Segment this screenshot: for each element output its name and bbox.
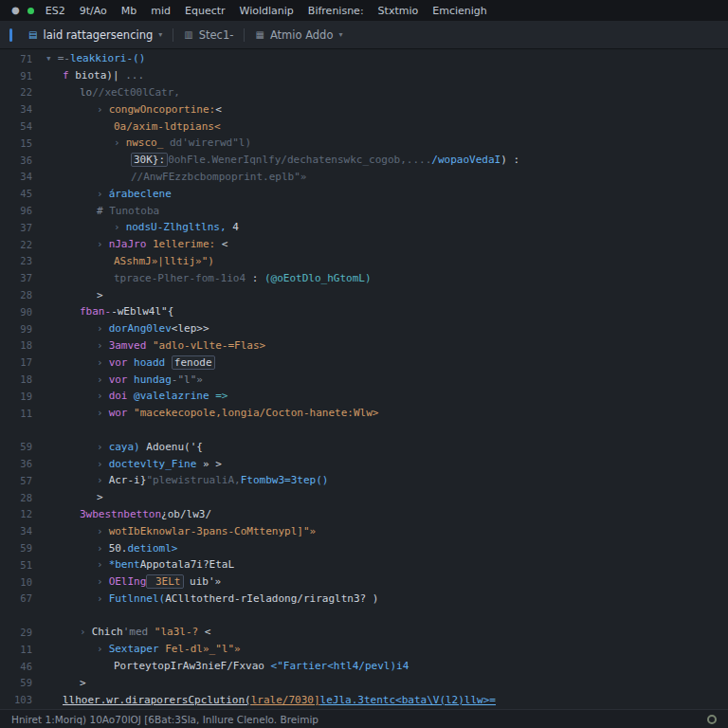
- code-line[interactable]: [0, 422, 728, 439]
- code-line[interactable]: 18›vor hundag-"l"»: [0, 371, 728, 388]
- fold-right-icon[interactable]: ›: [97, 441, 103, 453]
- line-number: 36: [0, 155, 32, 166]
- line-number: 17: [0, 356, 32, 368]
- code-line[interactable]: 123wbestnbetton¿ob/lw3/: [0, 506, 728, 523]
- menu-item-8[interactable]: Stxtmio: [378, 5, 419, 17]
- code-line[interactable]: 10›OElIng 3ELt uib'»: [0, 573, 728, 591]
- code-line[interactable]: 96# Tunotoba: [0, 202, 728, 219]
- code-line[interactable]: [0, 607, 728, 624]
- code-token: Tunotoba: [109, 205, 159, 217]
- code-token: ...: [119, 69, 145, 82]
- menu-item-4[interactable]: mid: [151, 5, 171, 17]
- code-line[interactable]: 71▾=-leakkiori-(): [0, 50, 728, 67]
- fold-right-icon[interactable]: ›: [97, 322, 103, 335]
- code-line[interactable]: 11›wor "macekecopole,longia/Cocton-hanet…: [0, 405, 728, 422]
- code-line[interactable]: 34//AnwFEzzbcbompoprint.eplb"»: [0, 169, 728, 186]
- menu-item-7[interactable]: Bifrenisne:: [308, 5, 364, 17]
- code-token: wor: [109, 407, 128, 419]
- fold-right-icon[interactable]: ›: [97, 407, 103, 419]
- fold-right-icon[interactable]: ›: [97, 373, 103, 386]
- code-token: //AnwFEzzbcbompoprint.eplb"»: [131, 171, 306, 183]
- line-number: 91: [0, 70, 32, 82]
- code-token: fban-: [80, 305, 111, 318]
- tab-label: laid rattagersencing: [43, 28, 153, 42]
- code-line[interactable]: 540a/axim-ldtpians<: [0, 118, 728, 135]
- code-line[interactable]: 103llhoer.wr.diraporersCpclution(lrale/7…: [0, 691, 728, 708]
- code-line[interactable]: 19›doi @valelazrine =>: [0, 388, 728, 405]
- code-token: <: [215, 238, 228, 250]
- code-line[interactable]: 34›wotIbEknowlar-3pans-CoMttenypl]"»: [0, 522, 728, 539]
- fold-right-icon[interactable]: ›: [97, 238, 103, 250]
- fold-right-icon[interactable]: ›: [97, 339, 103, 352]
- tab-3[interactable]: ▦Atmio Addo▾: [245, 21, 353, 48]
- fold-right-icon[interactable]: ›: [97, 592, 103, 605]
- fold-right-icon[interactable]: ›: [97, 525, 103, 537]
- code-line[interactable]: 67›Futlnnel(AClltotherd-rIeladong/riragl…: [0, 591, 728, 608]
- code-line[interactable]: 45›árabeclene: [0, 185, 728, 202]
- code-editor-window: ● ES29t/AoMbmidEquectrWioldlanipBifrenis…: [0, 0, 728, 728]
- fold-down-icon[interactable]: ▾: [46, 52, 52, 64]
- line-number: 18: [0, 339, 32, 351]
- code-line[interactable]: 59›caya) Adoenu('{: [0, 438, 728, 455]
- code-line[interactable]: 15›nwsco_ dd'wirerwd"l): [0, 135, 728, 152]
- fold-right-icon[interactable]: ›: [97, 542, 103, 555]
- fold-right-icon[interactable]: ›: [114, 221, 120, 233]
- code-line[interactable]: 37tprace-Plher-fom-1io4 : (@oEotDlo_hGto…: [0, 269, 728, 286]
- menu-item-6[interactable]: Wioldlanip: [240, 5, 294, 17]
- code-line[interactable]: 28>: [0, 286, 728, 303]
- fold-right-icon[interactable]: ›: [97, 188, 103, 200]
- fold-right-icon[interactable]: ›: [97, 643, 103, 655]
- code-line[interactable]: 46PorteytopIrAw3nieF/Fxvao <"Fartier<htl…: [0, 658, 728, 675]
- fold-right-icon[interactable]: ›: [97, 558, 103, 571]
- code-line[interactable]: 22lo//xeCt00lCatr,: [0, 84, 728, 101]
- code-token: dorAng0lev: [109, 322, 172, 335]
- apple-menu-icon[interactable]: ●: [11, 6, 20, 15]
- line-number: 96: [0, 205, 32, 216]
- code-line[interactable]: 22›nJaJro 1ellerime: <: [0, 236, 728, 253]
- code-token: -wEblw4l"{: [111, 305, 173, 318]
- menu-item-3[interactable]: Mb: [121, 5, 136, 17]
- line-number: 34: [0, 525, 32, 537]
- code-line[interactable]: 36›doctevlty_Fine » >: [0, 455, 728, 472]
- fold-right-icon[interactable]: ›: [97, 474, 103, 486]
- fold-right-icon[interactable]: ›: [97, 458, 103, 470]
- code-token: uib'»: [184, 575, 222, 588]
- code-token: biota)|: [75, 69, 118, 82]
- code-line[interactable]: 11›Sextaper Fel-dl»_"l"»: [0, 641, 728, 658]
- fold-right-icon[interactable]: ›: [114, 136, 120, 149]
- menu-item-9[interactable]: Emcienigh: [432, 5, 487, 17]
- code-line[interactable]: 23ASshmJ»|lltij»"): [0, 253, 728, 270]
- fold-right-icon[interactable]: ›: [80, 626, 86, 638]
- fold-right-icon[interactable]: ›: [97, 356, 103, 369]
- code-line[interactable]: 37›nodsU-Zlhgltlns, 4: [0, 219, 728, 236]
- menu-item-2[interactable]: 9t/Ao: [80, 5, 107, 17]
- code-line[interactable]: 51›*bentAppotala7i?EtaL: [0, 556, 728, 573]
- tab-1[interactable]: ▤laid rattagersencing▾: [18, 21, 173, 48]
- code-token: =>: [209, 390, 228, 402]
- code-line[interactable]: 99›dorAng0lev<lep>>: [0, 320, 728, 337]
- code-line[interactable]: 29›Chich'med "la3l-? <: [0, 624, 728, 641]
- status-bar: Hniret 1:Moriq) 10Ao70lOJ [6Bat:3Sla, In…: [0, 709, 728, 728]
- menu-item-1[interactable]: ES2: [46, 5, 65, 17]
- code-line[interactable]: 18›3amved "adlo-vLlte-=Flas>: [0, 337, 728, 355]
- code-line[interactable]: 59>: [0, 674, 728, 691]
- menu-item-5[interactable]: Equectr: [185, 5, 226, 17]
- code-token: Fel-dl»_"l"»: [159, 643, 241, 655]
- code-line[interactable]: 59›50.detioml>: [0, 539, 728, 556]
- code-line[interactable]: 91f biota)| ...: [0, 67, 728, 84]
- status-indicator-icon[interactable]: [707, 715, 717, 724]
- code-line[interactable]: 57›Acr-i}"plewistrualiA,Ftombw3=3tep(): [0, 472, 728, 489]
- code-token: 4: [227, 221, 239, 233]
- code-text: lo//xeCt00lCatr,: [32, 86, 180, 99]
- code-line[interactable]: 34›congwOncoportine:<: [0, 100, 728, 118]
- code-line[interactable]: 17›vor hoadd fenode: [0, 354, 728, 371]
- tab-2[interactable]: ▥Stec1-: [173, 21, 244, 48]
- fold-right-icon[interactable]: ›: [97, 103, 103, 116]
- chevron-down-icon: ▾: [158, 30, 162, 39]
- code-editor[interactable]: 71▾=-leakkiori-()91f biota)| ...22lo//xe…: [0, 49, 728, 709]
- code-line[interactable]: 3630K}:0ohFle.WenerIqnlfy/dechatenswkc_c…: [0, 152, 728, 169]
- fold-right-icon[interactable]: ›: [97, 390, 103, 402]
- fold-right-icon[interactable]: ›: [97, 575, 103, 588]
- code-line[interactable]: 90fban--wEblw4l"{: [0, 303, 728, 320]
- code-line[interactable]: 28>: [0, 489, 728, 506]
